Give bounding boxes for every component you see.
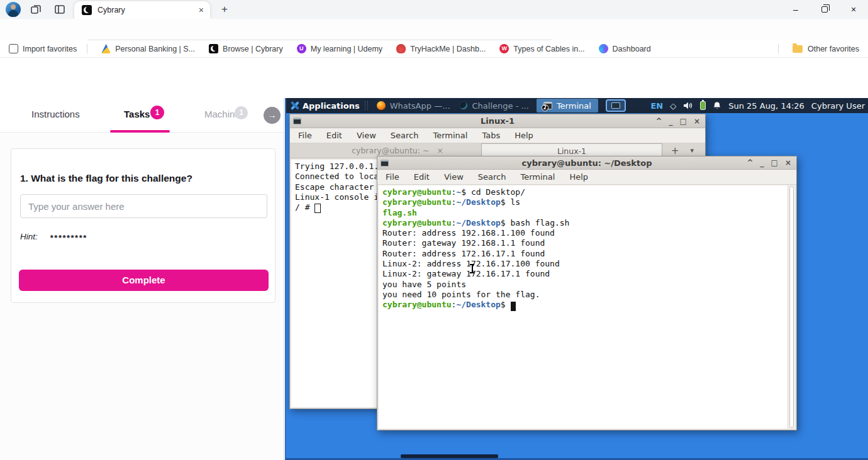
challenge-window-icon xyxy=(459,101,468,110)
bookmarks-divider xyxy=(778,44,779,53)
terminal-window-desktop[interactable]: cybrary@ubuntu: ~/Desktop ^_□× File Edit… xyxy=(377,156,797,430)
bookmark-udemy[interactable]: UMy learning | Udemy xyxy=(297,44,382,53)
maximize-button[interactable]: □ xyxy=(680,117,687,126)
battery-icon[interactable] xyxy=(700,101,706,110)
minimize-button[interactable]: _ xyxy=(760,158,764,167)
close-button[interactable]: × xyxy=(694,117,700,126)
restore-button[interactable] xyxy=(810,0,839,19)
import-favorites[interactable]: Import favorites xyxy=(9,44,77,53)
minimize-button[interactable]: – xyxy=(781,0,810,19)
profile-avatar[interactable] xyxy=(6,2,21,17)
terminal-tab-home[interactable]: cybrary@ubuntu: ~× xyxy=(319,146,476,155)
bookmark-tryhackme[interactable]: TryHackMe | Dashb... xyxy=(396,44,486,53)
menu-view[interactable]: View xyxy=(444,172,464,182)
bookmark-label: TryHackMe | Dashb... xyxy=(410,45,486,53)
window-controls: – × xyxy=(781,0,868,19)
shade-button[interactable]: ^ xyxy=(747,158,754,167)
menu-search[interactable]: Search xyxy=(391,131,419,140)
app-header: ‹ Network Device Basics 100% ‹ 1.3 Chall… xyxy=(0,58,868,98)
taskbar-item-terminal[interactable]: 2Terminal xyxy=(537,99,598,112)
close-button[interactable]: × xyxy=(839,0,868,19)
bookmark-dashboard[interactable]: Dashboard xyxy=(599,44,651,53)
applications-menu[interactable]: Applications xyxy=(290,101,360,111)
import-favorites-icon xyxy=(9,44,18,53)
tab-close-icon[interactable]: × xyxy=(199,5,204,15)
new-terminal-tab-button[interactable]: + xyxy=(671,145,679,156)
taskbar-item-label: Terminal xyxy=(557,101,591,111)
cybrary-favicon xyxy=(82,5,92,15)
answer-input[interactable] xyxy=(20,194,267,218)
bookmark-browse-cybrary[interactable]: Browse | Cybrary xyxy=(209,44,283,53)
menu-file[interactable]: File xyxy=(386,172,399,182)
other-favorites-label: Other favorites xyxy=(808,45,859,53)
hint-label: Hint: xyxy=(20,232,38,241)
menu-help[interactable]: Help xyxy=(515,131,533,140)
menu-edit[interactable]: Edit xyxy=(326,131,342,140)
tabs-scroll-arrow-button[interactable]: → xyxy=(264,107,281,124)
menu-tabs[interactable]: Tabs xyxy=(482,131,500,140)
taskbar-item-whatsapp[interactable]: WhatsApp —... xyxy=(377,101,450,111)
menu-edit[interactable]: Edit xyxy=(414,172,430,182)
clock[interactable]: Sun 25 Aug, 14:26 xyxy=(728,101,804,111)
maximize-button[interactable]: □ xyxy=(771,158,778,167)
workspaces-icon[interactable] xyxy=(30,4,42,15)
menu-help[interactable]: Help xyxy=(569,172,588,182)
menu-search[interactable]: Search xyxy=(478,172,506,182)
terminal-menubar: File Edit View Search Terminal Tabs Help xyxy=(290,128,705,143)
terminal-output[interactable]: cybrary@ubuntu:~$ cd Desktop/cybrary@ubu… xyxy=(379,185,787,429)
session-user[interactable]: Cybrary User xyxy=(811,101,865,111)
taskbar-item-challenge[interactable]: Challenge - ... xyxy=(459,101,529,111)
browser-tab-cybrary[interactable]: Cybrary × xyxy=(74,1,210,19)
browser-toolbar: ← ↻ ⌂ https://app.cybrary.it/immersive/1… xyxy=(0,19,868,40)
tryhackme-favicon xyxy=(396,44,406,53)
window-titlebar[interactable]: cybrary@ubuntu: ~/Desktop ^_□× xyxy=(377,156,796,170)
restore-icon xyxy=(821,6,828,13)
minimize-button[interactable]: _ xyxy=(669,117,673,126)
bookmark-personal-banking[interactable]: Personal Banking | S... xyxy=(101,44,195,53)
complete-button[interactable]: Complete xyxy=(19,270,269,291)
tab-actions-icon[interactable] xyxy=(54,4,65,15)
tab-title: Cybrary xyxy=(97,6,125,14)
import-favorites-label: Import favorites xyxy=(23,45,77,53)
remote-desktop[interactable]: Applications WhatsApp —... Challenge - .… xyxy=(285,98,868,460)
task-panel: Instructions Tasks 1 Machines 1 → 1. Wha… xyxy=(0,98,284,460)
bookmarks-divider xyxy=(87,44,87,53)
shade-button[interactable]: ^ xyxy=(656,117,662,126)
workspace-window-icon xyxy=(611,102,620,109)
tab-instructions[interactable]: Instructions xyxy=(31,109,80,119)
menu-file[interactable]: File xyxy=(298,131,312,140)
other-favorites[interactable]: Other favorites xyxy=(778,44,859,53)
bank-favicon xyxy=(101,44,111,53)
hidden-panel-handle[interactable] xyxy=(401,454,498,458)
tab-tasks[interactable]: Tasks xyxy=(124,109,150,119)
hint-value: ********* xyxy=(50,231,87,243)
close-button[interactable]: × xyxy=(785,158,791,167)
window-titlebar[interactable]: Linux-1 ^_□× xyxy=(290,114,705,128)
scrollbar-thumb[interactable] xyxy=(789,186,794,428)
folder-icon xyxy=(793,45,803,53)
menu-terminal[interactable]: Terminal xyxy=(520,172,555,182)
keyboard-layout-indicator[interactable]: EN xyxy=(650,101,663,111)
volume-icon[interactable] xyxy=(683,101,693,110)
panel-tabs: Instructions Tasks 1 Machines 1 → xyxy=(0,98,284,133)
terminal-scrollbar[interactable] xyxy=(787,185,795,429)
task-question: 1. What is the flag for this challenge? xyxy=(20,173,192,184)
menu-terminal[interactable]: Terminal xyxy=(433,131,467,140)
menu-view[interactable]: View xyxy=(357,131,376,140)
firefox-icon xyxy=(377,101,386,110)
bookmark-types-of-cables[interactable]: WTypes of Cables in... xyxy=(499,44,584,53)
notifications-bell-icon[interactable] xyxy=(713,101,721,110)
bookmark-label: Browse | Cybrary xyxy=(223,45,283,53)
terminal-count-badge: 2 xyxy=(542,104,548,111)
tasks-badge: 1 xyxy=(150,106,164,119)
window-buttons: ^_□× xyxy=(747,158,796,167)
network-icon[interactable]: ◇ xyxy=(670,101,676,111)
desktop-taskbar: Applications WhatsApp —... Challenge - .… xyxy=(286,98,868,113)
tab-dropdown-icon[interactable]: ▾ xyxy=(691,146,694,155)
workspace-pager[interactable] xyxy=(606,99,626,112)
xfce-logo-icon xyxy=(290,101,299,110)
bookmark-label: Dashboard xyxy=(613,45,651,53)
dashboard-favicon xyxy=(599,44,608,53)
tab-close-icon[interactable]: × xyxy=(437,146,443,155)
new-tab-button[interactable]: + xyxy=(218,3,231,16)
